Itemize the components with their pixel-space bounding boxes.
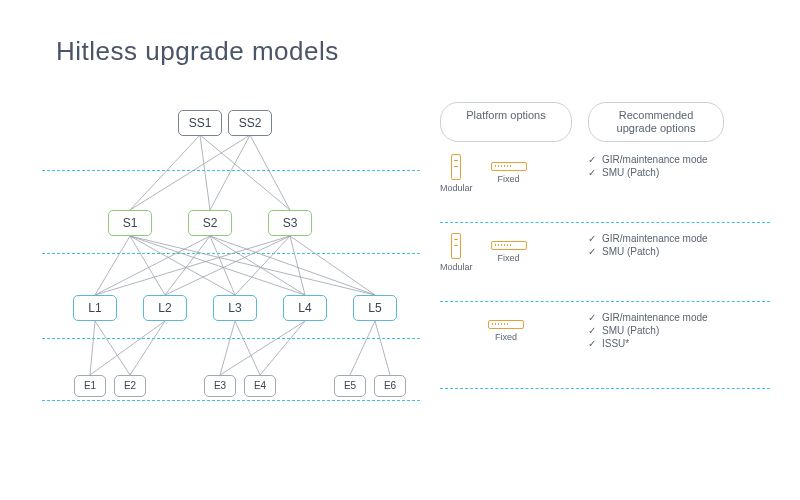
svg-line-24	[130, 321, 165, 375]
node-e6: E6	[374, 375, 406, 397]
svg-line-14	[210, 236, 305, 295]
fixed-icon	[491, 162, 527, 171]
legend-row-spine: Modular Fixed GIR/maintenance mode SMU (…	[440, 229, 770, 301]
svg-line-22	[95, 321, 130, 375]
node-l3: L3	[213, 295, 257, 321]
upgrade-options: GIR/maintenance mode SMU (Patch)	[588, 229, 748, 259]
modular-icon	[451, 233, 461, 259]
svg-line-8	[130, 236, 235, 295]
node-e3: E3	[204, 375, 236, 397]
node-ss2: SS2	[228, 110, 272, 136]
upgrade-option: GIR/maintenance mode	[588, 312, 748, 323]
upgrade-options: GIR/maintenance mode SMU (Patch) ISSU*	[588, 308, 748, 351]
upgrade-options: GIR/maintenance mode SMU (Patch)	[588, 150, 748, 180]
svg-line-28	[260, 321, 305, 375]
node-ss1: SS1	[178, 110, 222, 136]
svg-line-7	[130, 236, 165, 295]
node-s1: S1	[108, 210, 152, 236]
svg-line-30	[375, 321, 390, 375]
upgrade-option: SMU (Patch)	[588, 325, 748, 336]
svg-line-9	[130, 236, 305, 295]
platform-label: Fixed	[498, 174, 520, 184]
svg-line-12	[165, 236, 210, 295]
topology-diagram: SS1 SS2 S1 S2 S3 L1 L2 L3 L4 L5 E1 E2 E3…	[40, 100, 410, 430]
node-e5: E5	[334, 375, 366, 397]
svg-line-10	[130, 236, 375, 295]
node-l5: L5	[353, 295, 397, 321]
svg-line-5	[250, 135, 290, 210]
svg-line-13	[210, 236, 235, 295]
node-e4: E4	[244, 375, 276, 397]
platform-fixed: Fixed	[488, 312, 524, 342]
node-s2: S2	[188, 210, 232, 236]
svg-line-29	[350, 321, 375, 375]
fixed-icon	[488, 320, 524, 329]
svg-line-17	[165, 236, 290, 295]
upgrade-option: GIR/maintenance mode	[588, 233, 748, 244]
legend-row-leaf: Fixed GIR/maintenance mode SMU (Patch) I…	[440, 308, 770, 388]
platform-fixed: Fixed	[491, 154, 527, 184]
platform-label: Fixed	[495, 332, 517, 342]
svg-line-18	[235, 236, 290, 295]
node-e1: E1	[74, 375, 106, 397]
legend-row-superspine: Modular Fixed GIR/maintenance mode SMU (…	[440, 150, 770, 222]
platform-modular: Modular	[440, 154, 473, 193]
node-l1: L1	[73, 295, 117, 321]
platform-label: Modular	[440, 262, 473, 272]
node-e2: E2	[114, 375, 146, 397]
upgrade-option: SMU (Patch)	[588, 246, 748, 257]
svg-line-23	[90, 321, 165, 375]
platform-fixed: Fixed	[491, 233, 527, 263]
upgrade-option: GIR/maintenance mode	[588, 154, 748, 165]
svg-line-21	[90, 321, 95, 375]
page-title: Hitless upgrade models	[56, 36, 339, 67]
svg-line-4	[210, 135, 250, 210]
node-l4: L4	[283, 295, 327, 321]
legend-divider	[440, 301, 770, 302]
legend-panel: Platform options Recommended upgrade opt…	[440, 102, 770, 395]
header-platform: Platform options	[440, 102, 572, 142]
platform-label: Modular	[440, 183, 473, 193]
platform-modular: Modular	[440, 233, 473, 272]
upgrade-option: SMU (Patch)	[588, 167, 748, 178]
header-upgrade: Recommended upgrade options	[588, 102, 724, 142]
modular-icon	[451, 154, 461, 180]
platform-label: Fixed	[498, 253, 520, 263]
svg-line-1	[200, 135, 210, 210]
legend-divider	[440, 222, 770, 223]
node-l2: L2	[143, 295, 187, 321]
upgrade-option: ISSU*	[588, 338, 748, 349]
node-s3: S3	[268, 210, 312, 236]
fixed-icon	[491, 241, 527, 250]
svg-line-2	[200, 135, 290, 210]
legend-divider	[440, 388, 770, 389]
svg-line-26	[235, 321, 260, 375]
